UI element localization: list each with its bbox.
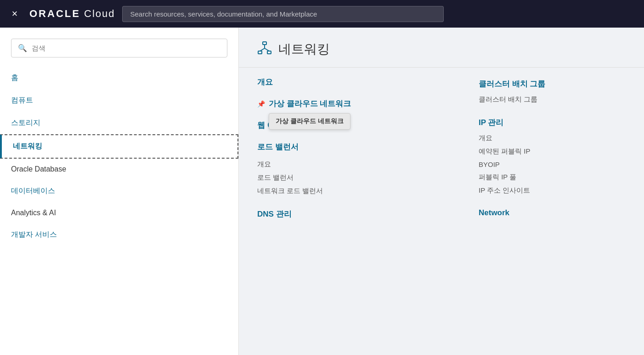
sidebar-search-container[interactable]: 🔍 [11, 39, 227, 57]
sidebar-item-dev-services[interactable]: 개발자 서비스 [0, 223, 238, 246]
close-button[interactable]: × [7, 6, 22, 21]
section-vcn[interactable]: 📌 가상 클라우드 네트워크 가상 클라우드 네트워크 [257, 98, 451, 109]
lb-item-overview[interactable]: 개요 [257, 158, 451, 171]
content-right: 클러스터 배치 그룹 클러스터 배치 그룹 IP 관리 개요 예약된 퍼블릭 I… [479, 77, 626, 225]
vcn-tooltip-container: 가상 클라우드 네트워크 가상 클라우드 네트워크 [269, 98, 351, 109]
content-left: 개요 📌 가상 클라우드 네트워크 가상 클라우드 네트워크 웹 애플리케이션 … [257, 77, 451, 225]
search-icon: 🔍 [18, 44, 27, 52]
svg-rect-0 [263, 42, 266, 45]
main-header: 네트워킹 [239, 28, 644, 68]
section-ip-mgmt[interactable]: IP 관리 [479, 117, 626, 128]
section-overview[interactable]: 개요 [257, 77, 451, 87]
svg-line-5 [265, 48, 269, 51]
main-content: 네트워킹 개요 📌 가상 클라우드 네트워크 가상 클라우드 네트워크 웹 애플… [239, 28, 644, 355]
sidebar-item-storage[interactable]: 스토리지 [0, 112, 238, 134]
sidebar-search-input[interactable] [32, 44, 220, 52]
lb-item-lb[interactable]: 로드 밸런서 [257, 171, 451, 184]
vcn-tooltip: 가상 클라우드 네트워크 [269, 113, 350, 130]
ip-item-pool[interactable]: 퍼블릭 IP 풀 [479, 171, 626, 184]
svg-rect-1 [258, 51, 262, 54]
global-search-bar[interactable]: Search resources, services, documentatio… [122, 6, 444, 22]
section-cluster-placement[interactable]: 클러스터 배치 그룹 [479, 79, 626, 89]
ip-item-byoip[interactable]: BYOIP [479, 158, 626, 171]
cluster-item-1[interactable]: 클러스터 배치 그룹 [479, 93, 626, 106]
section-load-balancer[interactable]: 로드 밸런서 [257, 142, 451, 152]
page-title: 네트워킹 [278, 40, 330, 58]
section-dns[interactable]: DNS 관리 [257, 209, 451, 219]
sidebar-item-analytics-ai[interactable]: Analytics & AI [0, 202, 238, 223]
svg-line-4 [260, 48, 265, 51]
main-layout: 🔍 홈 컴퓨트 스토리지 네트워킹 Oracle Database 데이터베이스… [0, 28, 644, 355]
sidebar-item-oracle-database[interactable]: Oracle Database [0, 159, 238, 180]
sidebar-item-compute[interactable]: 컴퓨트 [0, 89, 238, 112]
content-body: 개요 📌 가상 클라우드 네트워크 가상 클라우드 네트워크 웹 애플리케이션 … [239, 68, 644, 234]
ip-item-overview[interactable]: 개요 [479, 132, 626, 145]
lb-item-network-lb[interactable]: 네트워크 로드 밸런서 [257, 184, 451, 198]
sidebar: 🔍 홈 컴퓨트 스토리지 네트워킹 Oracle Database 데이터베이스… [0, 28, 239, 355]
top-bar: × ORACLE Cloud Search resources, service… [0, 0, 644, 28]
ip-item-reserved[interactable]: 예약된 퍼블릭 IP [479, 145, 626, 158]
ip-item-insights[interactable]: IP 주소 인사이트 [479, 184, 626, 197]
sidebar-item-database[interactable]: 데이터베이스 [0, 180, 238, 202]
networking-icon [257, 41, 272, 57]
sidebar-item-home[interactable]: 홈 [0, 67, 238, 89]
section-network-bottom[interactable]: Network [479, 208, 626, 218]
svg-rect-2 [267, 51, 271, 54]
oracle-logo: ORACLE Cloud [29, 8, 115, 20]
sidebar-item-networking[interactable]: 네트워킹 [0, 134, 238, 159]
pin-icon: 📌 [257, 100, 265, 108]
